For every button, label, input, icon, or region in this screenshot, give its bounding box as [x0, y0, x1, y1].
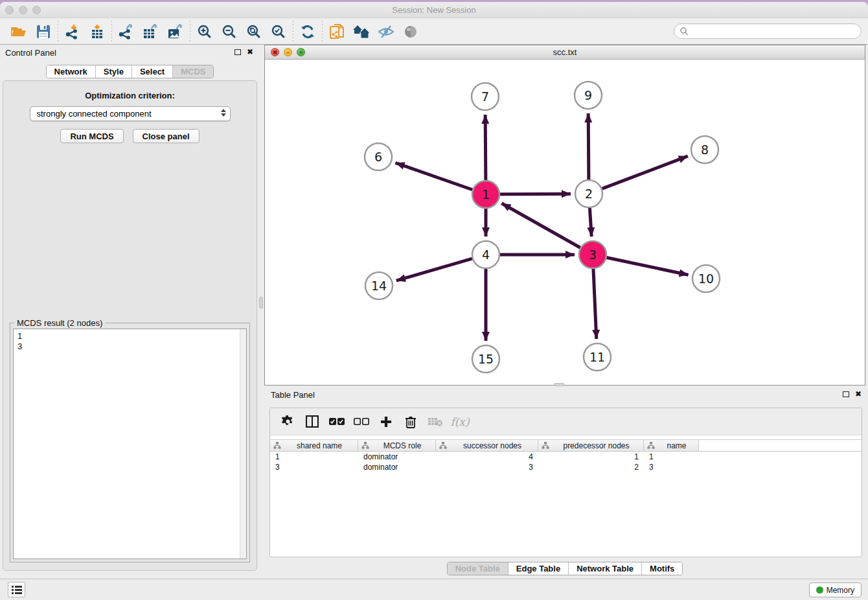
hide-details-button[interactable] [374, 21, 398, 43]
show-details-button[interactable] [398, 21, 423, 43]
tab-edge-table[interactable]: Edge Table [508, 562, 568, 575]
tab-network[interactable]: Network [47, 65, 95, 78]
table-cell[interactable]: 3 [644, 462, 699, 472]
table-cell[interactable]: 1 [270, 452, 358, 462]
column-type-icon [273, 442, 281, 449]
toolbar-separator [111, 21, 112, 43]
table-cell[interactable]: dominator [358, 462, 436, 472]
graph-edge-1-6[interactable] [395, 163, 472, 190]
search-icon [680, 27, 689, 36]
table-row[interactable]: 3dominator323 [270, 462, 862, 472]
graph-edge-2-8[interactable] [602, 156, 688, 189]
add-column-button[interactable] [374, 411, 398, 433]
graph-node-15[interactable]: 15 [472, 345, 499, 373]
mcds-result-area[interactable]: 1 3 [13, 329, 247, 559]
import-network-icon [65, 24, 80, 40]
network-view-window: ✖ − + scc.txt 7968124314101511 [264, 45, 865, 386]
export-table-button[interactable] [139, 21, 163, 43]
column-header-successor-nodes[interactable]: successor nodes [436, 440, 538, 451]
float-panel-icon[interactable] [843, 391, 849, 397]
export-network-button[interactable] [114, 21, 139, 43]
graph-node-1[interactable]: 1 [472, 181, 499, 208]
result-scrollbar[interactable] [240, 329, 246, 559]
graph-edge-3-10[interactable] [607, 258, 689, 275]
export-image-button[interactable] [163, 21, 188, 43]
network-canvas[interactable]: 7968124314101511 [265, 60, 865, 385]
function-builder-button[interactable]: f(x) [448, 411, 472, 433]
float-panel-icon[interactable] [234, 49, 241, 55]
zoom-fit-button[interactable] [242, 21, 266, 43]
column-header-MCDS-role[interactable]: MCDS role [358, 440, 436, 451]
table-cell[interactable]: 2 [538, 462, 644, 472]
graph-node-7[interactable]: 7 [472, 83, 499, 110]
graph-node-10[interactable]: 10 [692, 265, 720, 292]
close-panel-icon[interactable]: ✖ [855, 391, 862, 397]
run-mcds-button[interactable]: Run MCDS [60, 129, 123, 143]
table-toolbar: f(x) [270, 408, 862, 435]
column-header-predecessor-nodes[interactable]: predecessor nodes [538, 440, 644, 451]
table-cell[interactable]: 3 [436, 462, 538, 472]
table-cell[interactable]: 1 [538, 452, 644, 462]
refresh-button[interactable] [295, 21, 320, 43]
zoom-out-button[interactable] [217, 21, 242, 43]
graph-edge-2-3[interactable] [589, 208, 591, 237]
zoom-selected-icon [271, 24, 286, 40]
graph-node-3[interactable]: 3 [579, 241, 606, 268]
table-row[interactable]: 1dominator411 [270, 452, 862, 462]
graph-edge-4-14[interactable] [396, 259, 472, 281]
svg-text:4: 4 [482, 248, 490, 262]
graph-node-9[interactable]: 9 [575, 82, 602, 109]
graph-node-11[interactable]: 11 [584, 343, 611, 371]
delete-button[interactable] [398, 411, 423, 433]
node-table-container: f(x) shared nameMCDS rolesuccessor nodes… [269, 408, 862, 557]
tab-network-table[interactable]: Network Table [568, 562, 641, 575]
graph-node-8[interactable]: 8 [691, 136, 718, 163]
graph-edge-2-9[interactable] [588, 113, 589, 179]
deselect-all-button[interactable] [349, 411, 374, 433]
table-cell[interactable]: 4 [436, 452, 538, 462]
tab-style[interactable]: Style [95, 65, 131, 78]
graph-node-2[interactable]: 2 [575, 180, 602, 207]
import-table-icon [89, 24, 105, 40]
tab-mcds[interactable]: MCDS [172, 65, 213, 78]
graph-node-6[interactable]: 6 [365, 143, 392, 170]
graph-edge-3-1[interactable] [501, 203, 580, 248]
close-panel-button[interactable]: Close panel [133, 129, 200, 143]
table-cell[interactable]: dominator [358, 452, 436, 462]
splitter-handle[interactable] [259, 297, 263, 308]
home-button[interactable] [349, 21, 374, 43]
optimization-dropdown[interactable]: strongly connected component [30, 106, 231, 121]
svg-text:1: 1 [482, 187, 490, 202]
close-panel-icon[interactable]: ✖ [247, 49, 253, 55]
select-all-button[interactable] [325, 411, 349, 433]
graph-edge-3-11[interactable] [593, 269, 597, 339]
open-session-button[interactable] [6, 21, 31, 43]
column-type-icon [439, 442, 447, 449]
search-input[interactable] [689, 25, 861, 38]
memory-button[interactable]: Memory [809, 583, 862, 597]
graph-edge-1-2[interactable] [500, 194, 571, 194]
graph-edge-1-7[interactable] [485, 115, 486, 180]
open-session-file-button[interactable] [325, 21, 349, 43]
tab-node-table[interactable]: Node Table [448, 562, 508, 575]
import-table-button[interactable] [85, 21, 109, 43]
toggle-panes-button[interactable] [300, 411, 325, 433]
svg-text:9: 9 [584, 88, 592, 102]
splitter-handle[interactable] [554, 383, 564, 386]
import-network-button[interactable] [60, 21, 85, 43]
table-settings-button[interactable] [275, 411, 300, 433]
tab-motifs[interactable]: Motifs [641, 562, 682, 575]
column-header-shared-name[interactable]: shared name [270, 440, 358, 451]
delete-table-button[interactable] [423, 411, 448, 433]
table-cell[interactable]: 1 [644, 452, 699, 462]
zoom-in-button[interactable] [192, 21, 217, 43]
column-header-name[interactable]: name [644, 440, 699, 451]
graph-node-4[interactable]: 4 [472, 241, 499, 268]
tab-select[interactable]: Select [131, 65, 172, 78]
save-session-button[interactable] [31, 21, 56, 43]
network-titlebar: ✖ − + scc.txt [265, 45, 865, 60]
table-cell[interactable]: 3 [270, 462, 358, 472]
zoom-selected-button[interactable] [266, 21, 291, 43]
graph-node-14[interactable]: 14 [365, 272, 393, 299]
task-history-button[interactable] [8, 582, 25, 597]
